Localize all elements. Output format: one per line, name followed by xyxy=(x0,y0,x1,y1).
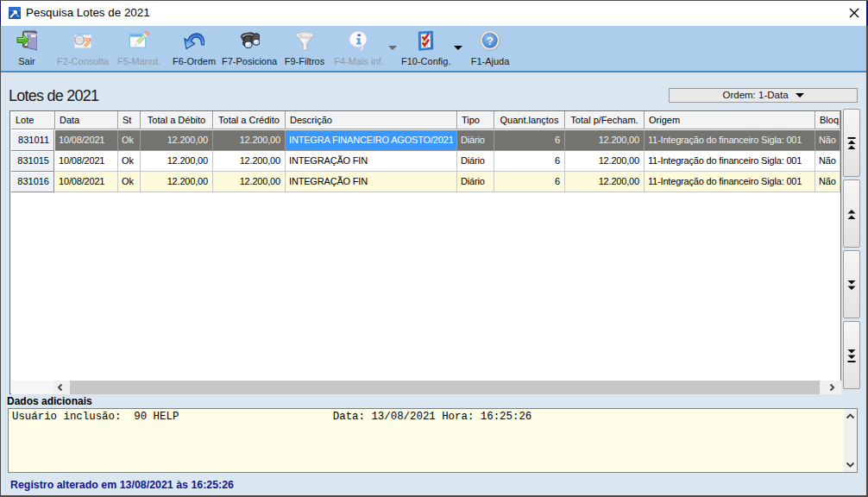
svg-text:?: ? xyxy=(487,35,494,47)
